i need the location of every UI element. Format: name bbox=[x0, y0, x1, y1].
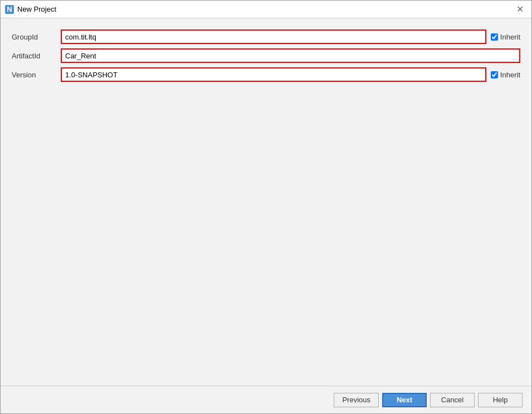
version-input[interactable] bbox=[61, 67, 486, 82]
previous-button[interactable]: Previous bbox=[334, 393, 379, 407]
version-label: Version bbox=[12, 71, 56, 79]
title-bar-left: N New Project bbox=[5, 5, 56, 14]
groupid-inherit-checkbox[interactable] bbox=[491, 33, 498, 41]
version-inherit-checkbox[interactable] bbox=[491, 71, 498, 78]
form-grid: GroupId Inherit ArtifactId Version Inher… bbox=[12, 29, 520, 82]
dialog-icon: N bbox=[5, 5, 14, 14]
groupid-inherit-label: Inherit bbox=[500, 33, 520, 41]
artifactid-label: ArtifactId bbox=[12, 52, 56, 60]
next-button[interactable]: Next bbox=[382, 393, 427, 407]
new-project-dialog: N New Project ✕ GroupId Inherit Artifact… bbox=[0, 0, 532, 414]
version-inherit-container: Inherit bbox=[491, 71, 520, 79]
title-bar: N New Project ✕ bbox=[1, 1, 531, 18]
footer: Previous Next Cancel Help bbox=[1, 386, 531, 413]
groupid-label: GroupId bbox=[12, 33, 56, 41]
cancel-button[interactable]: Cancel bbox=[430, 393, 475, 407]
groupid-input[interactable] bbox=[61, 29, 486, 44]
version-inherit-label: Inherit bbox=[500, 71, 520, 79]
close-button[interactable]: ✕ bbox=[513, 3, 527, 16]
artifactid-input[interactable] bbox=[61, 48, 520, 63]
dialog-title: New Project bbox=[17, 5, 56, 13]
content-area: GroupId Inherit ArtifactId Version Inher… bbox=[1, 18, 531, 386]
groupid-inherit-container: Inherit bbox=[491, 33, 520, 41]
help-button[interactable]: Help bbox=[478, 393, 523, 407]
